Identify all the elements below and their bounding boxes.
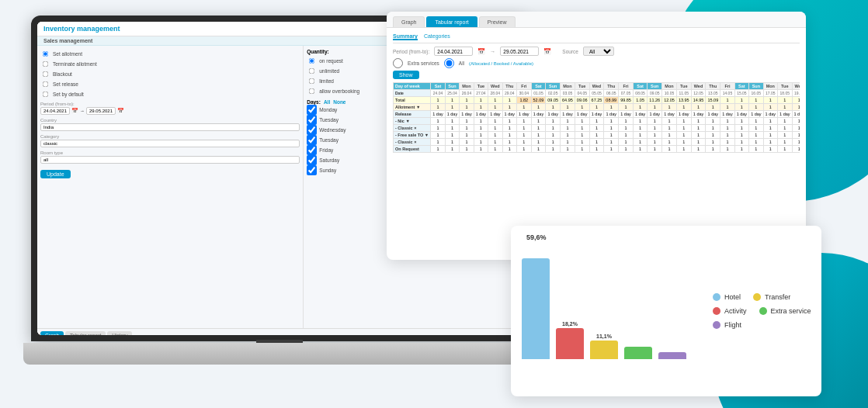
bar-hotel-bar bbox=[522, 258, 550, 359]
tabular-show-button[interactable]: Show bbox=[393, 71, 419, 79]
table-header-row: Day of week SatSun MonTueWed ThuFri SatS… bbox=[394, 83, 800, 90]
laptop-base bbox=[23, 343, 536, 365]
radio-group: Set allotment Terminate allotment Blacko… bbox=[40, 49, 300, 99]
bar-extra-bar bbox=[624, 347, 652, 359]
hotel-dot bbox=[713, 293, 720, 301]
freesale-row: - Free sale TO ▼ 11 111 11 11 111 11 11 … bbox=[394, 132, 800, 139]
bar-chart: 18,2% 11,1% bbox=[519, 243, 705, 359]
country-input[interactable] bbox=[40, 123, 300, 131]
transfer-dot bbox=[753, 293, 761, 301]
activity-dot bbox=[713, 307, 720, 315]
tabular-content: Summary Categories Period (from-to): 📅 →… bbox=[387, 28, 806, 156]
bar-hotel bbox=[522, 257, 550, 359]
classic2-row: - Classic × 11 111 11 11 111 11 11 111 1… bbox=[394, 139, 800, 146]
legend-activity: Activity bbox=[713, 307, 747, 315]
date-row: Date 24.0425.04 26.0427.0428.04 29.0430.… bbox=[394, 90, 800, 97]
update-button[interactable]: Update bbox=[40, 170, 71, 178]
bar-transfer: 11,1% bbox=[590, 334, 618, 359]
hotel-label: Hotel bbox=[724, 293, 741, 301]
onrequest-row: On Request 11 111 11 11 111 11 11 111 11… bbox=[394, 146, 800, 153]
tabular-tab-header: Graph Tabular report Preview bbox=[387, 12, 806, 28]
source-select[interactable]: All bbox=[583, 47, 614, 56]
transfer-label: Transfer bbox=[765, 293, 790, 301]
bar-activity-label: 18,2% bbox=[562, 321, 578, 327]
inventory-left-panel: Set allotment Terminate allotment Blacko… bbox=[37, 46, 304, 328]
tabular-period-from[interactable] bbox=[434, 47, 473, 56]
nav-categories[interactable]: Categories bbox=[424, 33, 450, 40]
bar-flight bbox=[658, 351, 686, 359]
category-input[interactable] bbox=[40, 140, 300, 147]
tab-preview-btn[interactable]: Preview bbox=[479, 16, 516, 27]
graph-tabs: Graph Tabular report History bbox=[37, 329, 522, 335]
bar-transfer-bar bbox=[590, 341, 618, 359]
legend-flight: Flight bbox=[713, 321, 741, 329]
total-row: Total 11 111 11.82 52.0909.05 64.9509.06… bbox=[394, 97, 800, 104]
classic-row: - Classic × 11 111 11 11 111 11 11 111 1… bbox=[394, 125, 800, 132]
release-row: Release 1 day1 day 1 day1 day1 day 1 day… bbox=[394, 111, 800, 118]
flight-label: Flight bbox=[724, 321, 741, 329]
all-radio[interactable] bbox=[444, 58, 454, 68]
activity-label: Activity bbox=[724, 307, 747, 315]
chart-legend: Hotel Transfer Activity Extra service Fl… bbox=[713, 233, 814, 389]
tabular-period-to[interactable] bbox=[500, 47, 539, 56]
tab-tabular-btn[interactable]: Tabular report bbox=[426, 16, 477, 27]
bar-activity-bar bbox=[556, 328, 584, 359]
allotment-row: Allotment ▼ 11 111 11 11 111 11 11 111 1… bbox=[394, 104, 800, 111]
inventory-table: Day of week SatSun MonTueWed ThuFri SatS… bbox=[393, 82, 800, 153]
legend-row-3: Flight bbox=[713, 321, 814, 329]
extra-services-radio[interactable] bbox=[393, 58, 403, 68]
table-container[interactable]: Day of week SatSun MonTueWed ThuFri SatS… bbox=[393, 82, 800, 153]
tab-nav: Summary Categories bbox=[393, 31, 800, 43]
nic-row: - Nic ▼ 11 111 11 11 111 11 11 111 11 11… bbox=[394, 118, 800, 125]
period-row: Period (from-to): 📅 → 📅 Source All bbox=[393, 47, 800, 56]
legend-hotel: Hotel bbox=[713, 293, 741, 301]
legend-transfer: Transfer bbox=[753, 293, 790, 301]
chart-area: 59,6% 18,2% 11,1% bbox=[519, 233, 705, 389]
bar-extra bbox=[624, 345, 652, 359]
legend-extra-service: Extra service bbox=[759, 307, 811, 315]
bar-flight-bar bbox=[658, 352, 686, 359]
tab-history[interactable]: History bbox=[107, 331, 132, 335]
radio-row: Extra services All (Allocated / Booked /… bbox=[393, 58, 800, 68]
period-from-input[interactable] bbox=[40, 107, 70, 115]
days-none-link[interactable]: None bbox=[333, 99, 345, 105]
graph-section: Graph Tabular report History Period (fro… bbox=[37, 328, 522, 335]
tabular-report-panel: Graph Tabular report Preview Summary Cat… bbox=[387, 12, 806, 260]
tab-graph[interactable]: Graph bbox=[40, 331, 64, 335]
tab-tabular[interactable]: Tabular report bbox=[65, 331, 106, 335]
extra-service-label: Extra service bbox=[771, 307, 811, 315]
flight-dot bbox=[713, 321, 720, 329]
days-all-link[interactable]: All bbox=[324, 99, 330, 105]
legend-row-1: Hotel Transfer bbox=[713, 293, 814, 301]
bar-activity: 18,2% bbox=[556, 321, 584, 359]
legend-row-2: Activity Extra service bbox=[713, 307, 814, 315]
period-to-input[interactable] bbox=[86, 107, 116, 115]
bar-chart-panel: 59,6% 18,2% 11,1% bbox=[511, 226, 821, 396]
chart-top-label: 59,6% bbox=[526, 233, 547, 241]
bar-transfer-label: 11,1% bbox=[596, 334, 612, 339]
extra-service-dot bbox=[759, 307, 767, 315]
tab-graph-btn[interactable]: Graph bbox=[393, 16, 425, 27]
nav-summary[interactable]: Summary bbox=[393, 33, 418, 40]
room-type-input[interactable] bbox=[40, 156, 300, 164]
